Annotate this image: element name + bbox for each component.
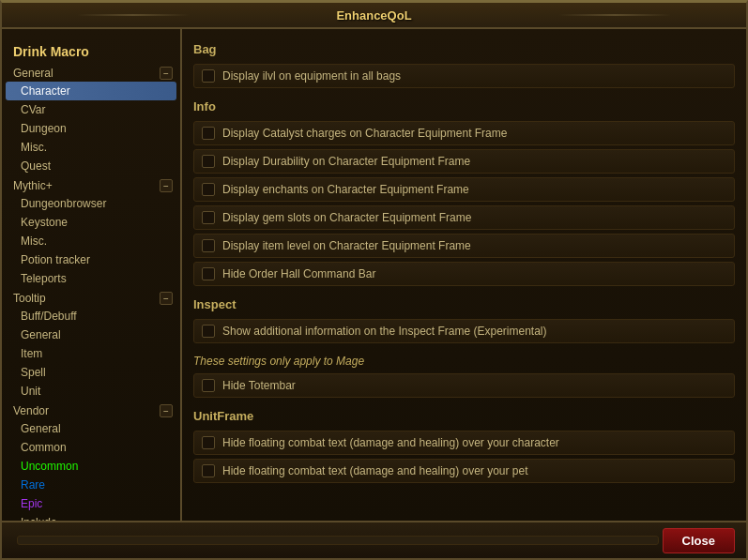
sidebar-item-buff-debuff[interactable]: Buff/Debuff bbox=[2, 307, 180, 325]
sidebar-item-dungeonbrowser[interactable]: Dungeonbrowser bbox=[2, 194, 180, 213]
checkbox-display-ilvl-bags[interactable] bbox=[202, 69, 215, 83]
sidebar-item-cvar[interactable]: CVar bbox=[2, 100, 180, 119]
option-catalyst-charges[interactable]: Display Catalyst charges on Character Eq… bbox=[193, 121, 735, 145]
sidebar-item-unit[interactable]: Unit bbox=[2, 382, 180, 401]
sidebar-section-general[interactable]: General − bbox=[2, 63, 180, 82]
footer: Close bbox=[2, 521, 746, 558]
unitframe-section-label: UnitFrame bbox=[193, 409, 735, 423]
sidebar-item-character[interactable]: Character bbox=[6, 82, 176, 100]
title-bar: EnhanceQoL bbox=[2, 3, 746, 29]
sidebar-item-keystone[interactable]: Keystone bbox=[2, 213, 180, 232]
sidebar-section-tooltip-label: Tooltip bbox=[13, 292, 46, 305]
checkbox-hide-combat-text-character[interactable] bbox=[202, 436, 215, 449]
info-section: Info Display Catalyst charges on Charact… bbox=[193, 99, 735, 286]
sidebar-item-common[interactable]: Common bbox=[2, 438, 180, 457]
option-enchants[interactable]: Display enchants on Character Equipment … bbox=[193, 177, 735, 202]
sidebar-item-include[interactable]: Include bbox=[2, 513, 180, 521]
option-hide-order-hall[interactable]: Hide Order Hall Command Bar bbox=[193, 262, 735, 286]
option-additional-info[interactable]: Show additional information on the Inspe… bbox=[193, 319, 735, 343]
checkbox-durability[interactable] bbox=[202, 155, 215, 168]
unitframe-section: UnitFrame Hide floating combat text (dam… bbox=[193, 409, 735, 483]
option-additional-info-text: Show additional information on the Inspe… bbox=[222, 325, 547, 338]
sidebar-item-spell[interactable]: Spell bbox=[2, 363, 180, 382]
option-hide-combat-text-character[interactable]: Hide floating combat text (damage and he… bbox=[193, 431, 735, 455]
sidebar: Drink Macro General − Character CVar Dun… bbox=[2, 29, 182, 521]
sidebar-item-quest[interactable]: Quest bbox=[2, 157, 180, 175]
main-window: EnhanceQoL Drink Macro General − Charact… bbox=[0, 0, 748, 560]
mage-notice-label: These settings only apply to Mage bbox=[193, 355, 735, 368]
checkbox-enchants[interactable] bbox=[202, 183, 215, 196]
inspect-section-label: Inspect bbox=[193, 297, 735, 311]
content-area: Drink Macro General − Character CVar Dun… bbox=[2, 29, 746, 521]
sidebar-item-dungeon[interactable]: Dungeon bbox=[2, 119, 180, 138]
option-gem-slots-text: Display gem slots on Character Equipment… bbox=[222, 211, 471, 224]
sidebar-item-potion-tracker[interactable]: Potion tracker bbox=[2, 250, 180, 269]
collapse-vendor-btn[interactable]: − bbox=[160, 404, 173, 417]
info-section-label: Info bbox=[193, 99, 735, 114]
checkbox-hide-combat-text-pet[interactable] bbox=[202, 464, 215, 477]
close-button[interactable]: Close bbox=[663, 528, 735, 553]
option-hide-order-hall-text: Hide Order Hall Command Bar bbox=[222, 267, 375, 280]
checkbox-gem-slots[interactable] bbox=[202, 211, 215, 224]
option-durability-text: Display Durability on Character Equipmen… bbox=[222, 155, 470, 168]
sidebar-item-misc[interactable]: Misc. bbox=[2, 138, 180, 157]
option-gem-slots[interactable]: Display gem slots on Character Equipment… bbox=[193, 205, 735, 230]
checkbox-additional-info[interactable] bbox=[202, 325, 215, 338]
sidebar-item-general[interactable]: General bbox=[2, 325, 180, 344]
sidebar-section-mythic-label: Mythic+ bbox=[13, 179, 53, 192]
sidebar-item-misc2[interactable]: Misc. bbox=[2, 232, 180, 250]
option-enchants-text: Display enchants on Character Equipment … bbox=[222, 183, 469, 196]
sidebar-section-general-label: General bbox=[13, 67, 53, 80]
sidebar-top-label: Drink Macro bbox=[2, 37, 180, 63]
sidebar-item-teleports[interactable]: Teleports bbox=[2, 269, 180, 288]
bag-section-label: Bag bbox=[193, 42, 735, 56]
sidebar-item-epic[interactable]: Epic bbox=[2, 494, 180, 513]
option-catalyst-charges-text: Display Catalyst charges on Character Eq… bbox=[222, 127, 507, 140]
option-durability[interactable]: Display Durability on Character Equipmen… bbox=[193, 149, 735, 174]
bag-section: Bag Display ilvl on equipment in all bag… bbox=[193, 42, 735, 88]
checkbox-item-level[interactable] bbox=[202, 239, 215, 252]
option-hide-combat-text-pet-text: Hide floating combat text (damage and he… bbox=[222, 464, 528, 477]
sidebar-item-rare[interactable]: Rare bbox=[2, 476, 180, 494]
option-display-ilvl-bags-text: Display ilvl on equipment in all bags bbox=[222, 69, 401, 83]
option-item-level[interactable]: Display item level on Character Equipmen… bbox=[193, 234, 735, 258]
option-hide-totembar[interactable]: Hide Totembar bbox=[193, 373, 735, 398]
collapse-tooltip-btn[interactable]: − bbox=[160, 292, 173, 305]
checkbox-catalyst-charges[interactable] bbox=[202, 127, 215, 140]
sidebar-item-uncommon[interactable]: Uncommon bbox=[2, 457, 180, 476]
option-hide-totembar-text: Hide Totembar bbox=[222, 379, 296, 392]
sidebar-item-item[interactable]: Item bbox=[2, 344, 180, 363]
mage-section: These settings only apply to Mage Hide T… bbox=[193, 355, 735, 398]
option-display-ilvl-bags[interactable]: Display ilvl on equipment in all bags bbox=[193, 64, 735, 88]
checkbox-hide-order-hall[interactable] bbox=[202, 267, 215, 280]
collapse-general-btn[interactable]: − bbox=[160, 67, 173, 80]
collapse-mythic-btn[interactable]: − bbox=[160, 179, 173, 192]
option-item-level-text: Display item level on Character Equipmen… bbox=[222, 239, 471, 252]
inspect-section: Inspect Show additional information on t… bbox=[193, 297, 735, 343]
option-hide-combat-text-pet[interactable]: Hide floating combat text (damage and he… bbox=[193, 459, 735, 483]
footer-scroll-track[interactable] bbox=[17, 536, 659, 545]
main-panel: Bag Display ilvl on equipment in all bag… bbox=[182, 29, 746, 521]
sidebar-section-tooltip[interactable]: Tooltip − bbox=[2, 288, 180, 307]
sidebar-item-vendor-general[interactable]: General bbox=[2, 419, 180, 438]
sidebar-section-vendor-label: Vendor bbox=[13, 404, 49, 417]
checkbox-hide-totembar[interactable] bbox=[202, 379, 215, 392]
window-title: EnhanceQoL bbox=[336, 8, 411, 23]
sidebar-section-vendor[interactable]: Vendor − bbox=[2, 401, 180, 419]
option-hide-combat-text-character-text: Hide floating combat text (damage and he… bbox=[222, 436, 559, 449]
sidebar-section-mythic[interactable]: Mythic+ − bbox=[2, 175, 180, 194]
